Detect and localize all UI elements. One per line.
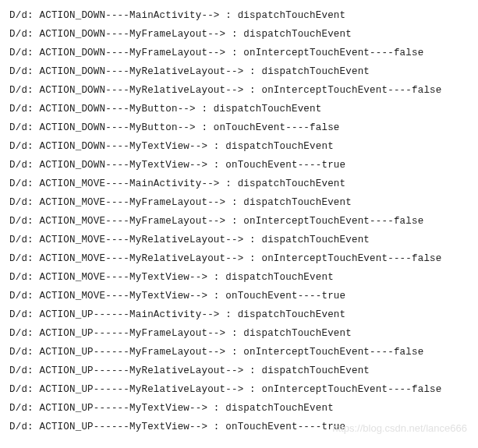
log-line: D/d: ACTION_DOWN----MyRelativeLayout--> … — [9, 81, 469, 100]
log-line: D/d: ACTION_UP------MyRelativeLayout--> … — [9, 362, 469, 380]
logcat-output: D/d: ACTION_DOWN----MainActivity--> : di… — [9, 6, 469, 436]
log-line: D/d: ACTION_MOVE----MainActivity--> : di… — [9, 175, 469, 193]
log-line: D/d: ACTION_DOWN----MyFrameLayout--> : o… — [9, 44, 469, 62]
log-line: D/d: ACTION_UP------MyFrameLayout--> : d… — [9, 324, 469, 343]
log-line: D/d: ACTION_UP------MainActivity--> : di… — [9, 305, 469, 324]
log-line: D/d: ACTION_UP------MyFrameLayout--> : o… — [9, 343, 469, 362]
log-line: D/d: ACTION_DOWN----MyTextView--> : disp… — [9, 137, 469, 156]
log-line: D/d: ACTION_DOWN----MyTextView--> : onTo… — [9, 156, 469, 175]
log-line: D/d: ACTION_MOVE----MyTextView--> : onTo… — [9, 287, 469, 305]
log-line: D/d: ACTION_DOWN----MyButton--> : onTouc… — [9, 118, 469, 137]
log-line: D/d: ACTION_UP------MyTextView--> : disp… — [9, 399, 469, 418]
log-line: D/d: ACTION_MOVE----MyFrameLayout--> : d… — [9, 193, 469, 212]
log-line: D/d: ACTION_DOWN----MainActivity--> : di… — [9, 6, 469, 25]
log-line: D/d: ACTION_DOWN----MyRelativeLayout--> … — [9, 62, 469, 81]
log-line: D/d: ACTION_DOWN----MyFrameLayout--> : d… — [9, 25, 469, 44]
log-line: D/d: ACTION_DOWN----MyButton--> : dispat… — [9, 100, 469, 118]
log-line: D/d: ACTION_MOVE----MyRelativeLayout--> … — [9, 249, 469, 268]
log-line: D/d: ACTION_MOVE----MyRelativeLayout--> … — [9, 231, 469, 249]
log-line: D/d: ACTION_MOVE----MyTextView--> : disp… — [9, 268, 469, 287]
log-line: D/d: ACTION_MOVE----MyFrameLayout--> : o… — [9, 212, 469, 231]
log-line: D/d: ACTION_UP------MyRelativeLayout--> … — [9, 380, 469, 399]
log-line: D/d: ACTION_UP------MyTextView--> : onTo… — [9, 418, 469, 436]
